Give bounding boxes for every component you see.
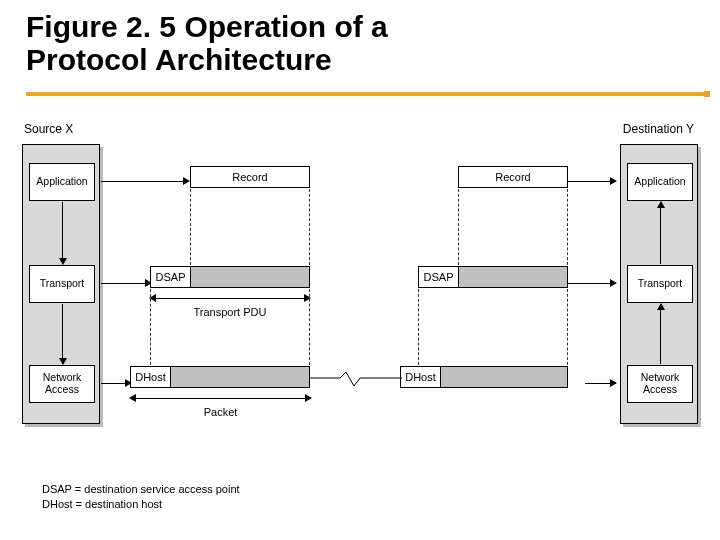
- legend: DSAP = destination service access point …: [42, 482, 240, 512]
- packet-label-source: Packet: [130, 406, 311, 418]
- figure-title-line2: Protocol Architecture: [26, 43, 332, 76]
- dsap-header-dest: DSAP: [418, 266, 459, 288]
- destination-label: Destination Y: [623, 122, 694, 136]
- arrow-network-to-transport-dest: [660, 304, 661, 364]
- dsap-dashed-ext-dest: [418, 289, 568, 365]
- pdu-stack-source: Record DSAP Transport PDU DHost Packet: [150, 158, 360, 398]
- dhost-payload-source: [170, 366, 310, 388]
- arrow-network-to-dhost-left: [101, 383, 131, 384]
- dhost-header-source: DHost: [130, 366, 171, 388]
- pdu-stack-destination: Record DSAP DHost: [418, 158, 618, 398]
- destination-application-layer: Application: [627, 163, 693, 201]
- source-label: Source X: [24, 122, 73, 136]
- protocol-architecture-diagram: Source X Destination Y Application Trans…: [20, 108, 700, 478]
- dhost-row-source: DHost: [130, 366, 311, 388]
- dsap-payload-dest: [458, 266, 568, 288]
- dsap-header-source: DSAP: [150, 266, 191, 288]
- network-zigzag-link: [310, 370, 402, 396]
- destination-host-column: Application Transport Network Access: [620, 144, 698, 424]
- record-dashed-ext-source: [190, 189, 310, 265]
- source-transport-layer: Transport: [29, 265, 95, 303]
- arrow-transport-to-network-source: [62, 304, 63, 364]
- record-dashed-ext-dest: [458, 189, 568, 265]
- dsap-dashed-ext-source: [150, 289, 310, 365]
- destination-network-access-layer: Network Access: [627, 365, 693, 403]
- source-host-column: Application Transport Network Access: [22, 144, 100, 424]
- figure-title: Figure 2. 5 Operation of a Protocol Arch…: [0, 0, 720, 76]
- dsap-row-dest: DSAP: [418, 266, 568, 288]
- arrow-app-to-transport-source: [62, 202, 63, 264]
- record-box-source: Record: [190, 166, 310, 188]
- dhost-header-dest: DHost: [400, 366, 441, 388]
- legend-dhost: DHost = destination host: [42, 497, 240, 512]
- dhost-row-dest: DHost: [400, 366, 569, 388]
- destination-transport-layer: Transport: [627, 265, 693, 303]
- arrow-transport-to-dsap-left: [101, 283, 151, 284]
- record-box-dest: Record: [458, 166, 568, 188]
- dsap-row-source: DSAP: [150, 266, 310, 288]
- dhost-payload-dest: [440, 366, 568, 388]
- title-underline: [26, 92, 704, 96]
- legend-dsap: DSAP = destination service access point: [42, 482, 240, 497]
- figure-title-line1: Figure 2. 5 Operation of a: [26, 10, 388, 43]
- dsap-payload-source: [190, 266, 310, 288]
- title-underline-dot: [704, 91, 710, 97]
- arrow-transport-to-app-dest: [660, 202, 661, 264]
- source-application-layer: Application: [29, 163, 95, 201]
- source-network-access-layer: Network Access: [29, 365, 95, 403]
- packet-extent-source: [130, 392, 311, 406]
